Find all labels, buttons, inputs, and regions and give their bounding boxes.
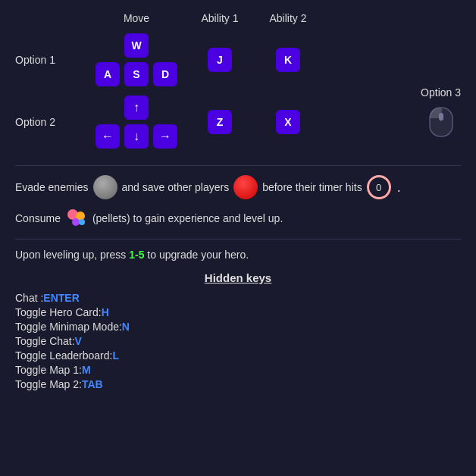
dot: .: [397, 180, 401, 196]
hidden-key-row-1: Toggle Hero Card: H: [15, 306, 461, 318]
levelup-text2: to upgrade your hero.: [144, 249, 249, 261]
divider2: [15, 239, 461, 240]
hk-label-3: Toggle Chat:: [15, 335, 75, 347]
wasd-keys: W A S D: [94, 32, 179, 88]
player-circle: [233, 175, 258, 199]
hk-key-3: V: [75, 335, 82, 347]
key-j[interactable]: J: [208, 48, 232, 72]
option2-row: Option 2 ↑ ← ↓ → Z X: [15, 94, 413, 150]
hidden-key-row-5: Toggle Map 1: M: [15, 364, 461, 376]
option2-move-keys: ↑ ← ↓ →: [91, 94, 182, 150]
hidden-keys-title: Hidden keys: [15, 271, 461, 284]
levelup-keys: 1-5: [129, 249, 144, 261]
key-s[interactable]: S: [124, 62, 149, 86]
consume-text2: (pellets) to gain experience and level u…: [92, 212, 283, 224]
key-arrow-right[interactable]: →: [153, 124, 177, 149]
pellet-icon: [65, 207, 88, 230]
hk-label-2: Toggle Minimap Mode:: [15, 321, 122, 333]
header-ability2: Ability 2: [258, 12, 318, 24]
timer-circle: 0: [367, 175, 391, 199]
hk-key-6: TAB: [82, 378, 103, 390]
hidden-keys-list: Chat : ENTERToggle Hero Card: HToggle Mi…: [15, 292, 461, 390]
hk-label-0: Chat :: [15, 292, 43, 304]
hidden-key-row-3: Toggle Chat: V: [15, 335, 461, 347]
header-row: Move Ability 1 Ability 2: [15, 12, 461, 24]
option2-ability2: X: [258, 108, 318, 136]
svg-point-6: [72, 218, 80, 226]
arrow-keys: ↑ ← ↓ →: [94, 94, 179, 150]
option1-row: Option 1 W A S D J K: [15, 32, 461, 88]
hk-key-2: N: [122, 321, 130, 333]
hk-key-1: H: [102, 306, 109, 318]
divider1: [15, 165, 461, 166]
key-d[interactable]: D: [153, 62, 177, 86]
svg-rect-3: [439, 113, 443, 121]
hidden-key-row-4: Toggle Leaderboard: L: [15, 349, 461, 362]
levelup-text1: Upon leveling up, press: [15, 249, 129, 261]
evade-text1: Evade enemies: [15, 181, 89, 193]
key-a[interactable]: A: [96, 62, 120, 86]
levelup-row: Upon leveling up, press 1-5 to upgrade y…: [15, 249, 461, 261]
hk-label-5: Toggle Map 1:: [15, 364, 82, 376]
hk-key-0: ENTER: [43, 292, 79, 304]
svg-point-7: [79, 219, 85, 225]
hidden-key-row-0: Chat : ENTER: [15, 292, 461, 304]
option1-move-keys: W A S D: [91, 32, 182, 88]
header-move: Move: [91, 12, 182, 24]
option3-label: Option 3: [421, 86, 461, 99]
consume-text1: Consume: [15, 212, 61, 224]
key-x[interactable]: X: [276, 110, 300, 134]
option2-label: Option 2: [15, 116, 91, 128]
evade-text2: and save other players: [122, 181, 230, 193]
key-k[interactable]: K: [276, 48, 300, 72]
consume-row: Consume (pellets) to gain experience and…: [15, 207, 461, 230]
hk-label-6: Toggle Map 2:: [15, 378, 82, 390]
hidden-key-row-6: Toggle Map 2: TAB: [15, 378, 461, 390]
key-arrow-down[interactable]: ↓: [124, 124, 149, 149]
evade-row: Evade enemies and save other players bef…: [15, 175, 461, 199]
mouse-icon: [426, 102, 456, 141]
option2-ability1: Z: [182, 108, 258, 136]
header-ability1: Ability 1: [182, 12, 258, 24]
key-arrow-left[interactable]: ←: [96, 124, 120, 149]
option1-ability2: K: [258, 46, 318, 74]
option1-label: Option 1: [15, 54, 91, 66]
hk-label-4: Toggle Leaderboard:: [15, 349, 112, 362]
hk-key-4: L: [112, 349, 119, 362]
option1-ability1: J: [182, 46, 258, 74]
hidden-key-row-2: Toggle Minimap Mode: N: [15, 321, 461, 333]
hk-key-5: M: [82, 364, 91, 376]
enemy-circle: [93, 175, 117, 199]
evade-text3: before their timer hits: [262, 181, 362, 193]
key-w[interactable]: W: [124, 33, 149, 58]
key-arrow-up[interactable]: ↑: [124, 96, 149, 120]
key-z[interactable]: Z: [208, 110, 232, 134]
hk-label-1: Toggle Hero Card:: [15, 306, 102, 318]
